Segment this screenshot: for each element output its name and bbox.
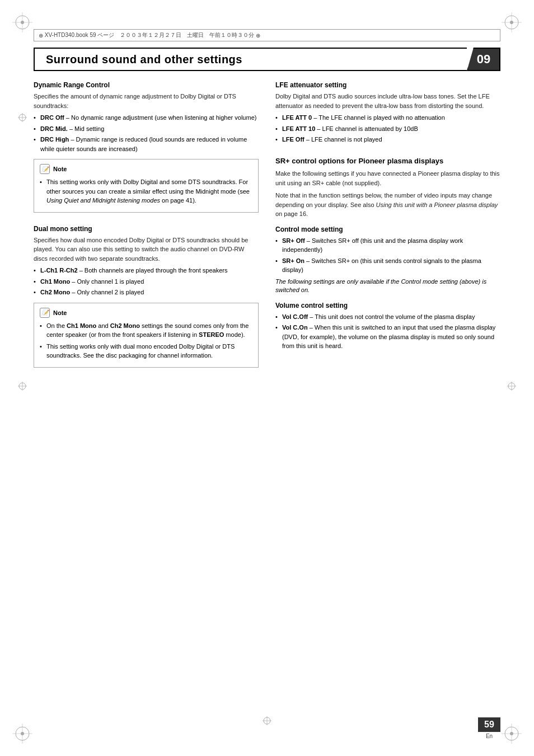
left-crosshair-top <box>17 112 28 125</box>
section-body-sr-2: Note that in the function settings below… <box>275 191 500 219</box>
chapter-title: Surround sound and other settings <box>46 53 242 66</box>
subsection-control-mode: Control mode setting SR+ Off – Switches … <box>275 226 500 295</box>
bullet-ch2-mono: Ch2 Mono – Only channel 2 is played <box>34 288 259 297</box>
chapter-title-box: Surround sound and other settings <box>34 48 467 71</box>
chapter-number: 09 <box>477 52 490 67</box>
file-info-bar: ⊕ XV-HTD340.book 59 ページ ２００３年１２月２７日 土曜日 … <box>34 29 500 41</box>
bullet-drc-off: DRC Off – No dynamic range adjustment (u… <box>34 113 259 123</box>
bullet-drc-high: DRC High – Dynamic range is reduced (lou… <box>34 135 259 153</box>
bullet-list-dynamic-range: DRC Off – No dynamic range adjustment (u… <box>34 113 259 153</box>
note-icon-dual-mono: 📝 <box>40 308 50 318</box>
right-column: LFE attenuator setting Dolby Digital and… <box>275 81 500 711</box>
note-item-dual-1: On the Ch1 Mono and Ch2 Mono settings th… <box>40 321 252 340</box>
bullet-lch1-rch2: L-Ch1 R-Ch2 – Both channels are played t… <box>34 266 259 275</box>
bullet-lfe-att0: LFE ATT 0 – The LFE channel is played wi… <box>275 113 500 123</box>
section-lfe: LFE attenuator setting Dolby Digital and… <box>275 81 500 144</box>
page-number: 59 <box>478 717 500 732</box>
bullet-sr-off: SR+ Off – Switches SR+ off (this unit an… <box>275 236 500 255</box>
section-title-lfe: LFE attenuator setting <box>275 81 500 89</box>
bullet-list-lfe: LFE ATT 0 – The LFE channel is played wi… <box>275 113 500 144</box>
section-body-dynamic-range: Specifies the amount of dynamic range ad… <box>34 92 259 110</box>
left-crosshair-mid <box>17 381 28 393</box>
bottom-crosshair <box>261 715 273 728</box>
section-body-sr-1: Make the following settings if you have … <box>275 169 500 187</box>
bullet-vol-coff: Vol C.Off – This unit does not control t… <box>275 312 500 322</box>
note-box-dual-mono: 📝 Note On the Ch1 Mono and Ch2 Mono sett… <box>34 303 259 368</box>
italic-note-control-mode: The following settings are only availabl… <box>275 278 500 295</box>
section-title-dual-mono: Dual mono setting <box>34 225 259 233</box>
corner-mark-tl <box>11 11 34 34</box>
section-dynamic-range: Dynamic Range Control Specifies the amou… <box>34 81 259 213</box>
section-body-dual-mono: Specifies how dual mono encoded Dolby Di… <box>34 236 259 264</box>
bullet-list-dual-mono: L-Ch1 R-Ch2 – Both channels are played t… <box>34 266 259 297</box>
section-body-lfe: Dolby Digital and DTS audio sources incl… <box>275 92 500 110</box>
note-box-dynamic-range: 📝 Note This setting works only with Dolb… <box>34 159 259 213</box>
section-title-dynamic-range: Dynamic Range Control <box>34 81 259 89</box>
corner-mark-tr <box>500 11 523 34</box>
chapter-number-box: 09 <box>467 48 500 71</box>
subsection-volume-control: Volume control setting Vol C.Off – This … <box>275 302 500 351</box>
note-header-dual-mono: 📝 Note <box>40 308 252 318</box>
bullet-lfe-att10: LFE ATT 10 – LFE channel is attenuated b… <box>275 124 500 134</box>
file-info-text: XV-HTD340.book 59 ページ ２００３年１２月２７日 土曜日 午前… <box>45 31 255 39</box>
note-item-dual-2: This setting works only with dual mono e… <box>40 342 252 360</box>
page-footer: 59 En <box>478 717 500 739</box>
section-sr-plus: SR+ control options for Pioneer plasma d… <box>275 157 500 351</box>
note-label-dual-mono: Note <box>53 309 67 316</box>
note-icon-dynamic-range: 📝 <box>40 164 50 174</box>
section-title-sr-plus: SR+ control options for Pioneer plasma d… <box>275 157 500 166</box>
subsection-title-control-mode: Control mode setting <box>275 226 500 233</box>
page-lang: En <box>486 733 493 739</box>
note-label-dynamic-range: Note <box>53 166 67 172</box>
diamond-icon-2: ⊕ <box>256 32 260 39</box>
note-body-dynamic-range: This setting works only with Dolby Digit… <box>40 177 252 205</box>
bullet-list-control-mode: SR+ Off – Switches SR+ off (this unit an… <box>275 236 500 275</box>
bullet-ch1-mono: Ch1 Mono – Only channel 1 is played <box>34 277 259 287</box>
left-column: Dynamic Range Control Specifies the amou… <box>34 81 259 711</box>
corner-mark-bl <box>11 722 34 745</box>
chapter-header: Surround sound and other settings 09 <box>34 48 500 71</box>
section-dual-mono: Dual mono setting Specifies how dual mon… <box>34 225 259 368</box>
corner-mark-br <box>500 722 523 745</box>
bullet-drc-mid: DRC Mid. – Mid setting <box>34 124 259 134</box>
bullet-sr-on: SR+ On – Switches SR+ on (this unit send… <box>275 256 500 275</box>
note-body-dual-mono: On the Ch1 Mono and Ch2 Mono settings th… <box>40 321 252 360</box>
note-header-dynamic-range: 📝 Note <box>40 164 252 174</box>
bullet-lfe-off: LFE Off – LFE channel is not played <box>275 135 500 144</box>
diamond-icon: ⊕ <box>39 32 43 39</box>
bullet-vol-con: Vol C.On – When this unit is switched to… <box>275 323 500 351</box>
main-content: Dynamic Range Control Specifies the amou… <box>34 81 500 711</box>
bullet-list-volume-control: Vol C.Off – This unit does not control t… <box>275 312 500 351</box>
note-item-1: This setting works only with Dolby Digit… <box>40 177 252 205</box>
right-crosshair-mid <box>506 381 517 393</box>
subsection-title-volume-control: Volume control setting <box>275 302 500 309</box>
